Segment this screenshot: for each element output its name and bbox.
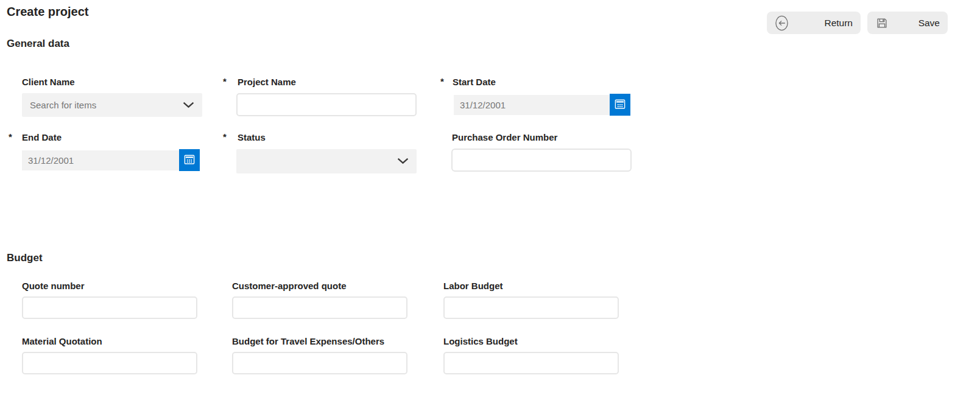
customer-approved-quote-label: Customer-approved quote xyxy=(232,279,407,292)
field-logistics-budget: Logistics Budget xyxy=(443,335,619,374)
end-date-calendar-button[interactable] xyxy=(179,149,200,171)
end-date-label: End Date xyxy=(22,131,200,144)
status-dropdown[interactable] xyxy=(236,149,417,173)
field-travel-expenses-budget: Budget for Travel Expenses/Others xyxy=(232,335,407,374)
material-quotation-label: Material Quotation xyxy=(22,335,197,348)
required-marker: * xyxy=(9,131,12,142)
project-name-label: Project Name xyxy=(238,75,417,88)
field-status: * Status xyxy=(236,131,417,173)
chevron-down-icon[interactable] xyxy=(397,156,409,167)
start-date-input[interactable] xyxy=(454,95,610,115)
field-customer-approved-quote: Customer-approved quote xyxy=(232,279,407,319)
field-project-name: * Project Name xyxy=(236,75,417,116)
start-date-calendar-button[interactable] xyxy=(610,94,630,116)
save-icon xyxy=(875,16,889,30)
calendar-icon xyxy=(183,153,196,168)
client-name-combobox[interactable] xyxy=(22,93,202,117)
page-title: Create project xyxy=(7,5,89,19)
field-labor-budget: Labor Budget xyxy=(443,279,619,319)
quote-number-input[interactable] xyxy=(22,296,197,319)
purchase-order-number-input[interactable] xyxy=(451,149,632,172)
back-arrow-circle-icon xyxy=(775,15,789,32)
save-button-label: Save xyxy=(918,18,940,29)
calendar-icon xyxy=(613,97,627,113)
field-client-name: Client Name xyxy=(22,75,202,117)
field-quote-number: Quote number xyxy=(22,279,197,319)
return-button-label: Return xyxy=(824,18,853,29)
purchase-order-number-label: Purchase Order Number xyxy=(452,131,632,144)
required-marker: * xyxy=(223,76,227,86)
project-name-input[interactable] xyxy=(236,93,417,116)
return-button[interactable]: Return xyxy=(767,12,861,34)
status-label: Status xyxy=(238,131,417,144)
travel-expenses-budget-label: Budget for Travel Expenses/Others xyxy=(232,335,407,348)
travel-expenses-budget-input[interactable] xyxy=(232,352,407,374)
required-marker: * xyxy=(223,131,227,142)
field-start-date: * Start Date xyxy=(454,75,630,116)
quote-number-label: Quote number xyxy=(22,279,197,292)
section-header-budget: Budget xyxy=(7,252,43,264)
start-date-label: Start Date xyxy=(453,75,630,88)
field-end-date: * End Date xyxy=(22,131,200,171)
labor-budget-input[interactable] xyxy=(443,296,619,319)
logistics-budget-label: Logistics Budget xyxy=(443,335,619,348)
field-material-quotation: Material Quotation xyxy=(22,335,197,374)
chevron-down-icon[interactable] xyxy=(183,100,194,111)
required-marker: * xyxy=(440,76,444,86)
client-name-label: Client Name xyxy=(22,75,202,88)
labor-budget-label: Labor Budget xyxy=(443,279,619,292)
material-quotation-input[interactable] xyxy=(22,352,197,374)
section-header-general-data: General data xyxy=(7,38,69,50)
customer-approved-quote-input[interactable] xyxy=(232,296,407,319)
logistics-budget-input[interactable] xyxy=(443,352,619,374)
field-purchase-order-number: Purchase Order Number xyxy=(451,131,632,172)
end-date-input[interactable] xyxy=(22,150,179,170)
save-button[interactable]: Save xyxy=(867,12,948,34)
